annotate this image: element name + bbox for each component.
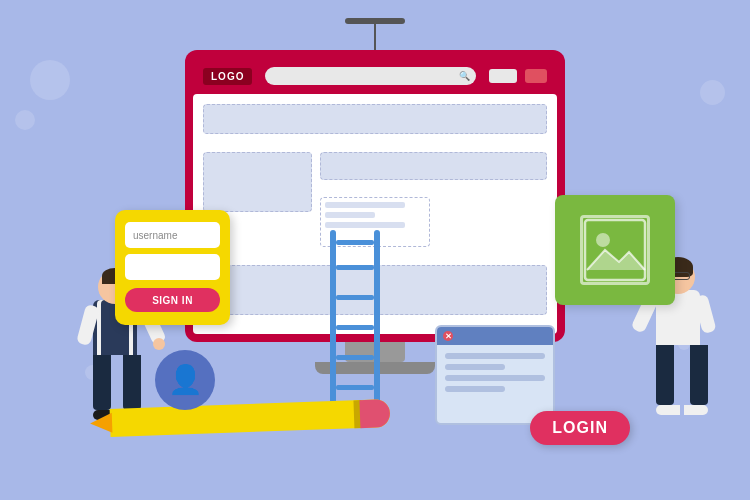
person-right-legs (656, 345, 700, 415)
person-left-leg-right (123, 355, 141, 410)
popup-line-3 (445, 375, 545, 381)
screen-main-block (320, 152, 547, 180)
image-svg (583, 218, 647, 282)
browser-btn-close (525, 69, 547, 83)
person-right-arm-right (693, 294, 716, 334)
signin-button[interactable]: SIGN IN (125, 288, 220, 312)
popup-content (437, 345, 553, 400)
username-placeholder: username (133, 230, 177, 241)
popup-line-2 (445, 364, 505, 370)
password-input[interactable] (125, 254, 220, 280)
popup-close-button[interactable]: ✕ (443, 331, 453, 341)
browser-logo: LOGO (203, 68, 252, 85)
text-line-1 (325, 202, 404, 208)
user-avatar-icon: 👤 (168, 366, 203, 394)
person-left-leg-left (93, 355, 111, 410)
screen-sidebar-block (203, 152, 312, 212)
person-right-shoe-left (656, 405, 680, 415)
ladder-rung-3 (336, 325, 374, 330)
ladder-side-left (330, 230, 336, 410)
person-right-shoe-right (684, 405, 708, 415)
ladder-rung-4 (336, 295, 374, 300)
text-line-3 (325, 222, 404, 228)
browser-search-bar[interactable] (265, 67, 476, 85)
avatar-circle: 👤 (155, 350, 215, 410)
ladder (330, 230, 380, 410)
browser-btn-1 (489, 69, 517, 83)
browser-top-bar: LOGO (193, 58, 557, 94)
pencil-eraser (359, 399, 390, 428)
ladder-rung-2 (336, 355, 374, 360)
text-line-2 (325, 212, 375, 218)
popup-line-4 (445, 386, 505, 392)
decorative-circle-4 (700, 80, 725, 105)
ladder-rung-5 (336, 265, 374, 270)
login-card: username SIGN IN (115, 210, 230, 325)
person-left-hand-right (153, 338, 165, 350)
svg-rect-0 (585, 220, 645, 280)
person-right-leg-left (656, 345, 674, 405)
login-button[interactable]: LOGIN (530, 411, 630, 445)
main-scene: LOGO username (0, 0, 750, 500)
popup-line-1 (445, 353, 545, 359)
image-card (555, 195, 675, 305)
decorative-circle-2 (15, 110, 35, 130)
ladder-rung-1 (336, 385, 374, 390)
svg-point-1 (596, 233, 610, 247)
screen-header-block (203, 104, 547, 134)
pencil-tip (90, 413, 113, 434)
person-right-leg-right (690, 345, 708, 405)
username-input[interactable]: username (125, 222, 220, 248)
ladder-side-right (374, 230, 380, 410)
popup-titlebar: ✕ (437, 327, 553, 345)
popup-window: ✕ (435, 325, 555, 425)
image-placeholder-icon (580, 215, 650, 285)
ladder-rung-6 (336, 240, 374, 245)
decorative-circle-1 (30, 60, 70, 100)
